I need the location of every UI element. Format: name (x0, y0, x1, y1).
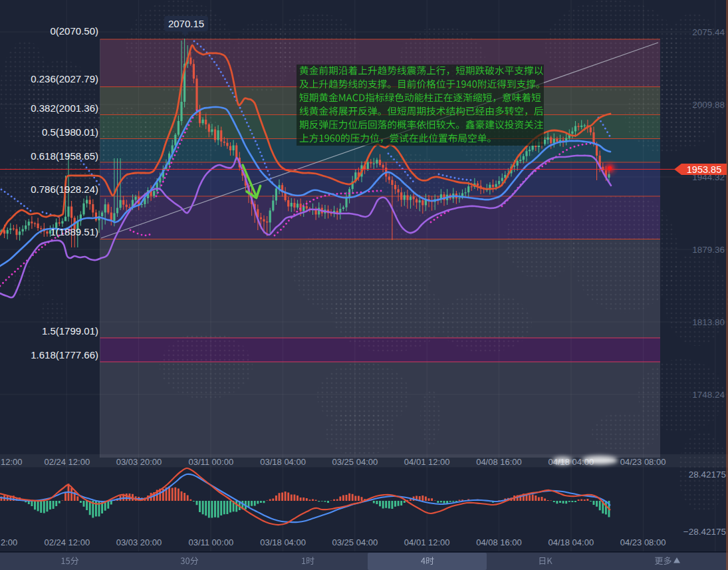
svg-text:04/23 08:00: 04/23 08:00 (620, 457, 666, 467)
svg-text:1879.36: 1879.36 (692, 245, 725, 255)
svg-text:1(1889.51): 1(1889.51) (50, 226, 98, 237)
svg-text:04/08 16:00: 04/08 16:00 (476, 537, 522, 547)
svg-text:04/01 12:00: 04/01 12:00 (404, 457, 450, 467)
svg-text:04/08 16:00: 04/08 16:00 (476, 457, 522, 467)
svg-text:2:00: 2:00 (1, 537, 17, 547)
svg-text:0.236(2027.79): 0.236(2027.79) (31, 73, 98, 84)
svg-text:12:00: 12:00 (1, 457, 23, 467)
svg-text:1748.24: 1748.24 (692, 390, 725, 400)
svg-text:−28.42175: −28.42175 (683, 527, 726, 537)
svg-text:03/03 20:00: 03/03 20:00 (116, 537, 162, 547)
svg-text:28.42175: 28.42175 (689, 470, 726, 480)
svg-text:04/23 08:00: 04/23 08:00 (620, 537, 666, 547)
svg-text:0(2070.50): 0(2070.50) (50, 25, 98, 37)
svg-text:2070.15: 2070.15 (168, 18, 204, 29)
svg-text:02/24 12:00: 02/24 12:00 (44, 457, 90, 467)
svg-text:03/25 04:00: 03/25 04:00 (332, 537, 378, 547)
svg-text:1953.85: 1953.85 (687, 164, 721, 175)
svg-text:03/18 04:00: 03/18 04:00 (260, 457, 306, 467)
svg-text:1813.80: 1813.80 (692, 317, 725, 327)
svg-text:0.5(1980.01): 0.5(1980.01) (42, 126, 98, 138)
svg-text:03/18 04:00: 03/18 04:00 (260, 537, 306, 547)
svg-text:03/11 00:00: 03/11 00:00 (188, 457, 233, 467)
svg-text:1.618(1777.66): 1.618(1777.66) (31, 349, 98, 360)
svg-text:03/03 20:00: 03/03 20:00 (116, 457, 162, 467)
svg-text:2075.44: 2075.44 (692, 27, 725, 37)
svg-text:04/01 12:00: 04/01 12:00 (404, 537, 450, 547)
svg-text:2009.88: 2009.88 (692, 100, 725, 110)
svg-text:03/11 00:00: 03/11 00:00 (188, 537, 233, 547)
svg-text:02/24 12:00: 02/24 12:00 (44, 537, 90, 547)
svg-text:0.382(2001.36): 0.382(2001.36) (31, 102, 98, 114)
svg-text:0.618(1958.65): 0.618(1958.65) (31, 150, 98, 162)
svg-text:04/18 04:00: 04/18 04:00 (548, 537, 594, 547)
svg-text:03/25 04:00: 03/25 04:00 (332, 457, 378, 467)
svg-text:1.5(1799.01): 1.5(1799.01) (42, 325, 98, 337)
svg-text:0.786(1928.24): 0.786(1928.24) (31, 184, 98, 195)
